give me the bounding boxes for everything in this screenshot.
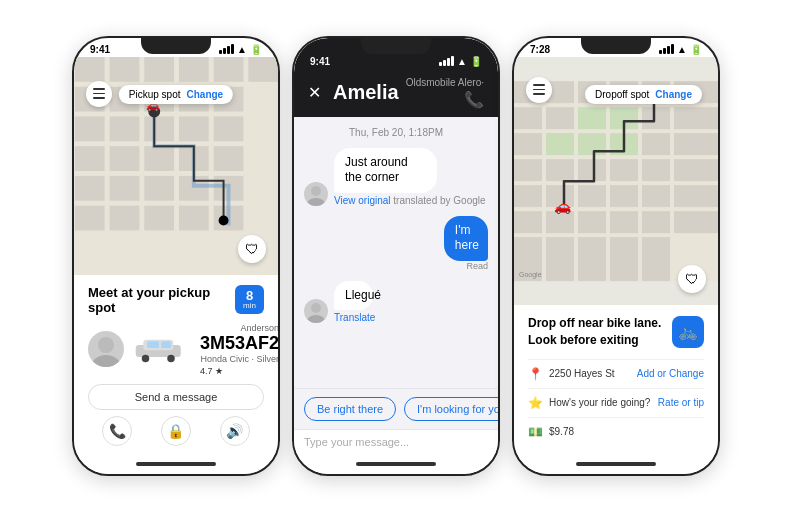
svg-text:🚗: 🚗 (146, 97, 160, 111)
volume-button[interactable]: 🔊 (220, 416, 250, 446)
address-text: 2250 Hayes St (549, 368, 615, 379)
svg-rect-60 (514, 133, 542, 155)
car-image (132, 335, 192, 363)
phone-2: 9:41 ▲ 🔋 ✕ Amelia (292, 36, 500, 476)
svg-point-46 (307, 315, 325, 323)
svg-text:Google: Google (519, 271, 542, 279)
msg1-text: Just around the corner (345, 155, 408, 185)
svg-point-39 (142, 355, 150, 363)
bottom-panel-1: Meet at your pickup spot 8 min (74, 275, 278, 454)
svg-rect-79 (546, 211, 574, 233)
svg-rect-4 (179, 57, 209, 82)
chat-car-model: Oldsmobile Alero· (406, 77, 484, 88)
phone-3: 7:28 ▲ 🔋 (512, 36, 720, 476)
translate-link[interactable]: Translate (334, 312, 392, 323)
view-original-link[interactable]: View original (334, 195, 391, 206)
svg-rect-30 (179, 205, 209, 230)
svg-rect-76 (642, 185, 670, 207)
status-icons-2: ▲ 🔋 (439, 56, 482, 67)
signal-2 (439, 56, 454, 66)
svg-point-35 (98, 337, 114, 353)
svg-rect-81 (610, 211, 638, 233)
svg-rect-78 (514, 211, 542, 233)
svg-rect-48 (514, 81, 542, 103)
svg-rect-83 (674, 211, 718, 233)
view-original: View original translated by Google (334, 195, 486, 206)
svg-rect-28 (110, 205, 140, 230)
home-indicator-1 (74, 454, 278, 474)
eta-badge: 8 min (235, 285, 264, 314)
home-indicator-3 (514, 454, 718, 474)
status-icons-3: ▲ 🔋 (659, 44, 702, 55)
svg-rect-21 (214, 146, 244, 171)
read-status: Read (466, 261, 488, 271)
svg-rect-58 (642, 107, 670, 129)
chat-footer: Be right there I'm looking for you Type … (294, 388, 498, 454)
home-bar-3 (576, 462, 656, 466)
bubble-2: I'm here (444, 216, 488, 261)
message-row-3: Llegué Translate (304, 281, 488, 324)
svg-rect-59 (674, 107, 718, 129)
bubble-1: Just around the corner (334, 148, 437, 193)
svg-rect-17 (75, 146, 105, 171)
message-input[interactable]: Type your message... (304, 436, 488, 448)
svg-rect-1 (75, 57, 105, 82)
svg-rect-82 (642, 211, 670, 233)
price-text: $9.78 (549, 426, 574, 437)
svg-point-45 (311, 303, 321, 313)
status-icons-1: ▲ 🔋 (219, 44, 262, 55)
svg-rect-24 (144, 175, 174, 200)
rate-action[interactable]: Rate or tip (658, 397, 704, 408)
svg-rect-85 (546, 237, 574, 281)
svg-rect-65 (674, 133, 718, 155)
lock-button[interactable]: 🔒 (161, 416, 191, 446)
svg-rect-70 (642, 159, 670, 181)
svg-rect-13 (110, 116, 140, 141)
msg2-text: I'm here (455, 223, 479, 253)
battery-icon-2: 🔋 (470, 56, 482, 67)
svg-rect-2 (110, 57, 140, 82)
svg-point-40 (167, 355, 175, 363)
signal-1 (219, 44, 234, 54)
address-action[interactable]: Add or Change (637, 368, 704, 379)
quick-reply-2[interactable]: I'm looking for you (404, 397, 498, 421)
dropoff-line2: Look before exiting (528, 332, 661, 349)
google-translate-label: translated by Google (393, 195, 485, 206)
svg-rect-55 (546, 107, 574, 129)
bubble-3: Llegué (334, 281, 373, 311)
svg-rect-87 (610, 237, 638, 281)
svg-rect-67 (546, 159, 574, 181)
svg-rect-86 (578, 237, 606, 281)
svg-point-34 (219, 215, 229, 225)
svg-point-43 (311, 186, 321, 196)
home-indicator-2 (294, 454, 498, 474)
ride-rating-row: ⭐ How's your ride going? Rate or tip (528, 388, 704, 417)
meet-title: Meet at your pickup spot (88, 285, 235, 315)
location-icon: 📍 (528, 367, 543, 381)
svg-rect-5 (214, 57, 244, 82)
svg-rect-10 (179, 86, 209, 111)
close-icon[interactable]: ✕ (308, 83, 321, 102)
svg-rect-77 (674, 185, 718, 207)
svg-rect-50 (578, 81, 606, 103)
svg-rect-14 (144, 116, 174, 141)
svg-rect-15 (179, 116, 209, 141)
svg-rect-19 (144, 146, 174, 171)
svg-rect-80 (578, 211, 606, 233)
message-row-2: I'm here Read (304, 216, 488, 271)
money-icon: 💵 (528, 425, 543, 439)
svg-rect-69 (610, 159, 638, 181)
call-button[interactable]: 📞 (102, 416, 132, 446)
wifi-icon: ▲ (237, 44, 247, 55)
svg-rect-29 (144, 205, 174, 230)
quick-reply-1[interactable]: Be right there (304, 397, 396, 421)
bike-icon: 🚲 (672, 316, 704, 348)
chat-header: ✕ Amelia Oldsmobile Alero· 📞 (294, 69, 498, 117)
driver-details: Anderson 3M53AF2 Honda Civic · Silver 4.… (200, 323, 278, 376)
svg-rect-23 (110, 175, 140, 200)
wifi-icon-3: ▲ (677, 44, 687, 55)
home-bar-1 (136, 462, 216, 466)
phone-icon[interactable]: 📞 (464, 90, 484, 109)
bottom-panel-3: Drop off near bike lane. Look before exi… (514, 305, 718, 454)
send-message-button[interactable]: Send a message (88, 384, 264, 410)
